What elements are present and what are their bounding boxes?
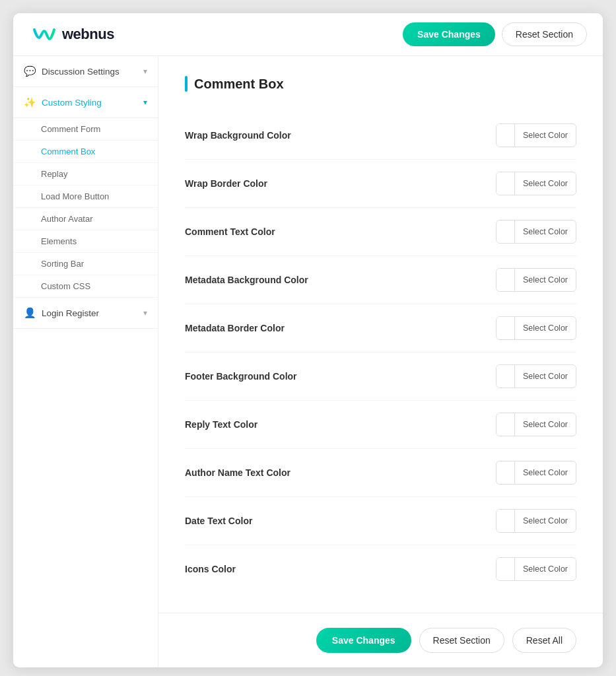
color-row-wrap-border: Wrap Border Color Select Color <box>185 160 576 208</box>
icons-color-picker[interactable]: Select Color <box>496 557 576 581</box>
custom-styling-icon: ✨ <box>24 96 36 108</box>
author-name-color-picker[interactable]: Select Color <box>496 461 576 485</box>
comment-text-label: Comment Text Color <box>185 226 275 237</box>
sidebar-item-login-register[interactable]: 👤 Login Register ▾ <box>13 298 158 329</box>
comment-text-btn-label: Select Color <box>515 222 576 242</box>
wrap-bg-btn-label: Select Color <box>515 125 576 145</box>
sidebar-subitem-elements[interactable]: Elements <box>13 230 158 253</box>
logo-text: webnus <box>62 26 114 43</box>
reply-text-btn-label: Select Color <box>515 415 576 434</box>
sidebar-item-discussion-settings[interactable]: 💬 Discussion Settings ▾ <box>13 56 158 87</box>
color-row-icons-color: Icons Color Select Color <box>185 545 576 593</box>
sidebar-item-custom-styling[interactable]: ✨ Custom Styling ▾ <box>13 87 158 118</box>
color-rows-list: Wrap Background Color Select Color Wrap … <box>185 112 576 593</box>
color-row-footer-bg: Footer Background Color Select Color <box>185 353 576 401</box>
sidebar-subitem-load-more-button[interactable]: Load More Button <box>13 186 158 208</box>
footer-bg-swatch <box>496 365 515 388</box>
section-title: Comment Box <box>185 76 576 92</box>
sidebar-subitem-sorting-bar[interactable]: Sorting Bar <box>13 253 158 275</box>
sidebar-subitem-comment-box[interactable]: Comment Box <box>13 141 158 163</box>
color-row-date-text: Date Text Color Select Color <box>185 497 576 545</box>
icons-color-btn-label: Select Color <box>515 559 576 579</box>
metadata-border-label: Metadata Border Color <box>185 323 285 333</box>
comment-text-color-picker[interactable]: Select Color <box>496 220 576 244</box>
webnus-logo-icon <box>29 24 57 44</box>
content-footer: Save Changes Reset Section Reset All <box>158 613 603 667</box>
metadata-bg-color-picker[interactable]: Select Color <box>496 268 576 292</box>
author-name-btn-label: Select Color <box>515 463 576 483</box>
wrap-bg-swatch <box>496 124 515 147</box>
icons-color-label: Icons Color <box>185 564 236 574</box>
metadata-border-swatch <box>496 317 515 339</box>
reset-section-footer-button[interactable]: Reset Section <box>419 628 504 653</box>
comment-text-swatch <box>496 220 515 243</box>
color-row-wrap-bg: Wrap Background Color Select Color <box>185 112 576 160</box>
login-register-icon: 👤 <box>24 307 36 319</box>
discussion-icon: 💬 <box>24 65 36 77</box>
sidebar-subitem-comment-form[interactable]: Comment Form <box>13 118 158 141</box>
sidebar-custom-styling-label: Custom Styling <box>42 98 102 108</box>
chevron-down-icon: ▾ <box>143 67 147 76</box>
footer-bg-label: Footer Background Color <box>185 371 297 382</box>
reply-text-swatch <box>496 413 515 436</box>
footer-bg-btn-label: Select Color <box>515 366 576 386</box>
date-text-color-picker[interactable]: Select Color <box>496 509 576 533</box>
date-text-swatch <box>496 510 515 532</box>
wrap-bg-label: Wrap Background Color <box>185 130 291 141</box>
reply-text-label: Reply Text Color <box>185 419 257 430</box>
metadata-border-btn-label: Select Color <box>515 318 576 338</box>
color-row-metadata-border: Metadata Border Color Select Color <box>185 304 576 353</box>
color-row-author-name: Author Name Text Color Select Color <box>185 449 576 497</box>
app-wrapper: webnus Save Changes Reset Section 💬 Disc… <box>13 13 603 667</box>
reset-section-button[interactable]: Reset Section <box>502 22 587 46</box>
reset-all-button[interactable]: Reset All <box>512 628 576 653</box>
icons-color-swatch <box>496 558 515 580</box>
header: webnus Save Changes Reset Section <box>13 13 603 56</box>
sidebar: 💬 Discussion Settings ▾ ✨ Custom Styling… <box>13 56 158 667</box>
content-panel: Comment Box Wrap Background Color Select… <box>158 56 603 667</box>
reply-text-color-picker[interactable]: Select Color <box>496 413 576 436</box>
wrap-border-btn-label: Select Color <box>515 174 576 193</box>
date-text-btn-label: Select Color <box>515 511 576 531</box>
date-text-label: Date Text Color <box>185 516 252 526</box>
chevron-up-icon: ▾ <box>143 98 147 107</box>
chevron-down-icon-2: ▾ <box>143 308 147 318</box>
author-name-label: Author Name Text Color <box>185 467 291 478</box>
custom-styling-subitems: Comment Form Comment Box Replay Load Mor… <box>13 118 158 298</box>
wrap-bg-color-picker[interactable]: Select Color <box>496 123 576 147</box>
save-changes-button[interactable]: Save Changes <box>403 22 495 46</box>
sidebar-login-register-label: Login Register <box>42 308 99 318</box>
author-name-swatch <box>496 461 515 484</box>
wrap-border-label: Wrap Border Color <box>185 178 267 189</box>
sidebar-subitem-author-avatar[interactable]: Author Avatar <box>13 208 158 230</box>
metadata-bg-label: Metadata Background Color <box>185 275 308 285</box>
logo: webnus <box>29 24 114 44</box>
metadata-border-color-picker[interactable]: Select Color <box>496 316 576 340</box>
section-title-bar <box>185 76 188 92</box>
section-title-text: Comment Box <box>194 77 284 92</box>
save-changes-footer-button[interactable]: Save Changes <box>316 628 411 653</box>
footer-bg-color-picker[interactable]: Select Color <box>496 364 576 388</box>
sidebar-subitem-custom-css[interactable]: Custom CSS <box>13 275 158 298</box>
wrap-border-color-picker[interactable]: Select Color <box>496 172 576 195</box>
header-actions: Save Changes Reset Section <box>403 22 587 46</box>
content-area: Comment Box Wrap Background Color Select… <box>158 56 603 613</box>
color-row-metadata-bg: Metadata Background Color Select Color <box>185 256 576 304</box>
wrap-border-swatch <box>496 172 515 195</box>
color-row-reply-text: Reply Text Color Select Color <box>185 401 576 449</box>
color-row-comment-text: Comment Text Color Select Color <box>185 208 576 256</box>
metadata-bg-swatch <box>496 269 515 291</box>
metadata-bg-btn-label: Select Color <box>515 270 576 290</box>
sidebar-subitem-replay[interactable]: Replay <box>13 163 158 186</box>
main-layout: 💬 Discussion Settings ▾ ✨ Custom Styling… <box>13 56 603 667</box>
sidebar-discussion-label: Discussion Settings <box>42 67 120 77</box>
